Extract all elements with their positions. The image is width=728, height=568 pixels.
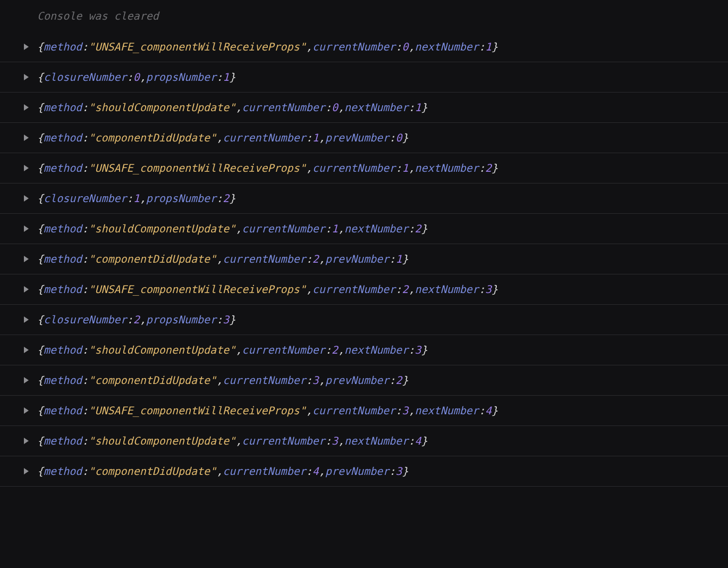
brace-open: { [37,192,44,205]
object-string-value: "UNSAFE_componentWillReceiveProps" [88,162,306,174]
object-number-value: 3 [415,344,421,356]
brace-close: } [492,404,498,417]
console-log-row[interactable]: {method: "shouldComponentUpdate", curren… [0,213,728,244]
comma: , [408,283,414,296]
object-key: currentNumber [242,435,325,447]
comma: , [338,222,344,235]
expand-arrow-icon[interactable] [24,407,29,414]
console-log-row[interactable]: {method: "componentDidUpdate", currentNu… [0,244,728,274]
brace-open: { [37,162,44,174]
colon: : [82,253,88,265]
brace-close: } [421,344,428,356]
brace-open: { [37,313,44,326]
comma: , [306,40,312,53]
comma: , [338,101,344,114]
colon: : [306,374,312,387]
colon: : [306,465,312,478]
object-key: currentNumber [242,101,325,114]
object-key: closureNumber [44,71,127,83]
console-log-row[interactable]: {method: "componentDidUpdate", currentNu… [0,122,728,153]
console-log-row[interactable]: {closureNumber: 0, propsNumber: 1} [0,62,728,92]
console-log-row[interactable]: {method: "UNSAFE_componentWillReceivePro… [0,31,728,62]
comma: , [306,162,312,174]
colon: : [82,374,88,387]
object-key: currentNumber [242,222,325,235]
object-key: propsNumber [146,313,216,326]
comma: , [319,465,325,478]
expand-arrow-icon[interactable] [24,135,29,141]
brace-close: } [402,131,408,144]
console-log-row[interactable]: {method: "componentDidUpdate", currentNu… [0,456,728,486]
brace-open: { [37,283,44,296]
object-number-value: 2 [332,344,338,356]
expand-arrow-icon[interactable] [24,316,29,323]
console-log-row[interactable]: {method: "shouldComponentUpdate", curren… [0,425,728,456]
expand-arrow-icon[interactable] [24,104,29,111]
colon: : [479,40,485,53]
colon: : [82,344,88,356]
expand-arrow-icon[interactable] [24,256,29,262]
object-key: prevNumber [325,253,389,265]
expand-arrow-icon[interactable] [24,165,29,171]
object-string-value: "shouldComponentUpdate" [88,101,235,114]
console-log-row[interactable]: {method: "componentDidUpdate", currentNu… [0,365,728,395]
brace-close: } [402,374,408,387]
colon: : [408,435,414,447]
brace-close: } [492,162,498,174]
brace-close: } [492,283,498,296]
colon: : [127,313,133,326]
brace-close: } [421,222,428,235]
colon: : [395,162,402,174]
brace-open: { [37,222,44,235]
object-key: propsNumber [146,71,216,83]
object-number-value: 0 [395,131,402,144]
brace-open: { [37,435,44,447]
brace-close: } [421,435,428,447]
object-key: nextNumber [414,283,478,296]
colon: : [306,131,312,144]
object-string-value: "UNSAFE_componentWillReceiveProps" [88,404,306,417]
colon: : [389,465,395,478]
expand-arrow-icon[interactable] [24,438,29,444]
console-log-row[interactable]: {method: "UNSAFE_componentWillReceivePro… [0,395,728,425]
object-key: nextNumber [344,435,408,447]
colon: : [395,283,402,296]
console-log-row[interactable]: {closureNumber: 2, propsNumber: 3} [0,304,728,335]
colon: : [325,101,332,114]
expand-arrow-icon[interactable] [24,225,29,232]
object-number-value: 1 [133,192,140,205]
console-rows: {method: "UNSAFE_componentWillReceivePro… [0,31,728,486]
brace-close: } [229,313,235,326]
object-key: prevNumber [325,465,389,478]
console-log-row[interactable]: {closureNumber: 1, propsNumber: 2} [0,183,728,213]
comma: , [140,71,146,83]
console-log-row[interactable]: {method: "UNSAFE_componentWillReceivePro… [0,153,728,183]
object-number-value: 3 [402,404,408,417]
object-number-value: 2 [485,162,492,174]
console-info-row: Console was cleared [0,0,728,31]
object-key: propsNumber [146,192,216,205]
comma: , [140,313,146,326]
object-string-value: "shouldComponentUpdate" [88,222,235,235]
object-number-value: 0 [133,71,140,83]
expand-arrow-icon[interactable] [24,286,29,293]
object-number-value: 1 [485,40,492,53]
object-key: prevNumber [325,131,389,144]
colon: : [82,101,88,114]
brace-open: { [37,344,44,356]
expand-arrow-icon[interactable] [24,74,29,80]
console-log-row[interactable]: {method: "shouldComponentUpdate", curren… [0,335,728,365]
object-number-value: 0 [402,40,408,53]
expand-arrow-icon[interactable] [24,195,29,202]
expand-arrow-icon[interactable] [24,377,29,383]
expand-arrow-icon[interactable] [24,44,29,50]
colon: : [479,162,485,174]
colon: : [216,71,223,83]
brace-open: { [37,71,44,83]
colon: : [389,253,395,265]
console-log-row[interactable]: {method: "shouldComponentUpdate", curren… [0,92,728,122]
expand-arrow-icon[interactable] [24,347,29,353]
colon: : [82,465,88,478]
console-log-row[interactable]: {method: "UNSAFE_componentWillReceivePro… [0,274,728,304]
expand-arrow-icon[interactable] [24,468,29,474]
